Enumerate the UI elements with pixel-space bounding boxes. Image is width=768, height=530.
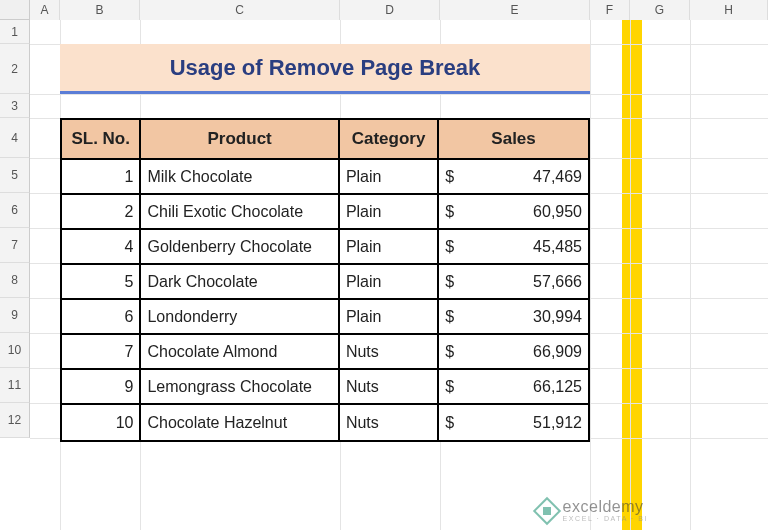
table-row: 9Lemongrass ChocolateNuts$66,125 bbox=[62, 370, 588, 405]
cell-sl[interactable]: 9 bbox=[62, 370, 141, 405]
row-header-1[interactable]: 1 bbox=[0, 20, 30, 44]
row-header-4[interactable]: 4 bbox=[0, 118, 30, 158]
currency-symbol: $ bbox=[445, 378, 454, 396]
cell-sl[interactable]: 5 bbox=[62, 265, 141, 300]
row-header-3[interactable]: 3 bbox=[0, 94, 30, 118]
page-title: Usage of Remove Page Break bbox=[60, 44, 590, 94]
table-row: 2Chili Exotic ChocolatePlain$60,950 bbox=[62, 195, 588, 230]
cell-sales[interactable]: $66,909 bbox=[439, 335, 588, 370]
data-table: SL. No. Product Category Sales 1Milk Cho… bbox=[60, 118, 590, 442]
col-header-E[interactable]: E bbox=[440, 0, 590, 20]
sales-value: 66,125 bbox=[533, 378, 582, 396]
watermark-sub: EXCEL · DATA · BI bbox=[563, 515, 648, 522]
col-header-G[interactable]: G bbox=[630, 0, 690, 20]
watermark: exceldemy EXCEL · DATA · BI bbox=[537, 499, 648, 522]
cell-sales[interactable]: $51,912 bbox=[439, 405, 588, 440]
table-row: 6LondonderryPlain$30,994 bbox=[62, 300, 588, 335]
cell-sl[interactable]: 6 bbox=[62, 300, 141, 335]
cell-sales[interactable]: $66,125 bbox=[439, 370, 588, 405]
currency-symbol: $ bbox=[445, 238, 454, 256]
col-header-B[interactable]: B bbox=[60, 0, 140, 20]
watermark-main: exceldemy bbox=[563, 499, 648, 515]
table-header-row: SL. No. Product Category Sales bbox=[62, 120, 588, 160]
sales-value: 30,994 bbox=[533, 308, 582, 326]
exceldemy-logo-icon bbox=[532, 496, 560, 524]
grid-area[interactable]: Usage of Remove Page Break SL. No. Produ… bbox=[30, 20, 768, 530]
sales-value: 45,485 bbox=[533, 238, 582, 256]
currency-symbol: $ bbox=[445, 203, 454, 221]
cell-category[interactable]: Nuts bbox=[340, 405, 439, 440]
cell-category[interactable]: Nuts bbox=[340, 335, 439, 370]
cell-product[interactable]: Londonderry bbox=[141, 300, 339, 335]
row-header-7[interactable]: 7 bbox=[0, 228, 30, 263]
select-all-corner[interactable] bbox=[0, 0, 30, 19]
cell-product[interactable]: Dark Chocolate bbox=[141, 265, 339, 300]
currency-symbol: $ bbox=[445, 414, 454, 432]
cell-product[interactable]: Chili Exotic Chocolate bbox=[141, 195, 339, 230]
sales-value: 51,912 bbox=[533, 414, 582, 432]
header-sales: Sales bbox=[439, 120, 588, 160]
row-header-12[interactable]: 12 bbox=[0, 403, 30, 438]
table-row: 4Goldenberry ChocolatePlain$45,485 bbox=[62, 230, 588, 265]
row-header-11[interactable]: 11 bbox=[0, 368, 30, 403]
sales-value: 66,909 bbox=[533, 343, 582, 361]
header-sl: SL. No. bbox=[62, 120, 141, 160]
cell-product[interactable]: Chocolate Hazelnut bbox=[141, 405, 339, 440]
sales-value: 57,666 bbox=[533, 273, 582, 291]
table-row: 5Dark ChocolatePlain$57,666 bbox=[62, 265, 588, 300]
currency-symbol: $ bbox=[445, 168, 454, 186]
cell-sales[interactable]: $30,994 bbox=[439, 300, 588, 335]
cell-product[interactable]: Milk Chocolate bbox=[141, 160, 339, 195]
currency-symbol: $ bbox=[445, 273, 454, 291]
cell-product[interactable]: Chocolate Almond bbox=[141, 335, 339, 370]
cell-category[interactable]: Nuts bbox=[340, 370, 439, 405]
sales-value: 60,950 bbox=[533, 203, 582, 221]
cell-product[interactable]: Lemongrass Chocolate bbox=[141, 370, 339, 405]
row-header-5[interactable]: 5 bbox=[0, 158, 30, 193]
table-row: 7Chocolate AlmondNuts$66,909 bbox=[62, 335, 588, 370]
col-header-A[interactable]: A bbox=[30, 0, 60, 20]
cell-category[interactable]: Plain bbox=[340, 195, 439, 230]
cell-sl[interactable]: 10 bbox=[62, 405, 141, 440]
cell-sales[interactable]: $47,469 bbox=[439, 160, 588, 195]
cell-sl[interactable]: 1 bbox=[62, 160, 141, 195]
cell-sl[interactable]: 7 bbox=[62, 335, 141, 370]
currency-symbol: $ bbox=[445, 308, 454, 326]
col-header-C[interactable]: C bbox=[140, 0, 340, 20]
cell-sales[interactable]: $45,485 bbox=[439, 230, 588, 265]
table-row: 1Milk ChocolatePlain$47,469 bbox=[62, 160, 588, 195]
cell-sales[interactable]: $57,666 bbox=[439, 265, 588, 300]
col-header-D[interactable]: D bbox=[340, 0, 440, 20]
spreadsheet: A B C D E F G H 1 2 3 4 5 6 7 8 9 10 11 … bbox=[0, 0, 768, 530]
row-header-8[interactable]: 8 bbox=[0, 263, 30, 298]
row-headers: 1 2 3 4 5 6 7 8 9 10 11 12 bbox=[0, 20, 30, 438]
header-category: Category bbox=[340, 120, 439, 160]
column-headers: A B C D E F G H bbox=[0, 0, 768, 20]
table-body: 1Milk ChocolatePlain$47,4692Chili Exotic… bbox=[62, 160, 588, 440]
row-header-2[interactable]: 2 bbox=[0, 44, 30, 94]
cell-sales[interactable]: $60,950 bbox=[439, 195, 588, 230]
table-row: 10Chocolate HazelnutNuts$51,912 bbox=[62, 405, 588, 440]
col-header-F[interactable]: F bbox=[590, 0, 630, 20]
cell-category[interactable]: Plain bbox=[340, 230, 439, 265]
row-header-10[interactable]: 10 bbox=[0, 333, 30, 368]
sales-value: 47,469 bbox=[533, 168, 582, 186]
header-product: Product bbox=[141, 120, 339, 160]
watermark-text: exceldemy EXCEL · DATA · BI bbox=[563, 499, 648, 522]
cell-sl[interactable]: 2 bbox=[62, 195, 141, 230]
cell-category[interactable]: Plain bbox=[340, 265, 439, 300]
row-header-9[interactable]: 9 bbox=[0, 298, 30, 333]
row-header-6[interactable]: 6 bbox=[0, 193, 30, 228]
cell-sl[interactable]: 4 bbox=[62, 230, 141, 265]
col-header-H[interactable]: H bbox=[690, 0, 768, 20]
currency-symbol: $ bbox=[445, 343, 454, 361]
cell-category[interactable]: Plain bbox=[340, 160, 439, 195]
cell-product[interactable]: Goldenberry Chocolate bbox=[141, 230, 339, 265]
cell-category[interactable]: Plain bbox=[340, 300, 439, 335]
